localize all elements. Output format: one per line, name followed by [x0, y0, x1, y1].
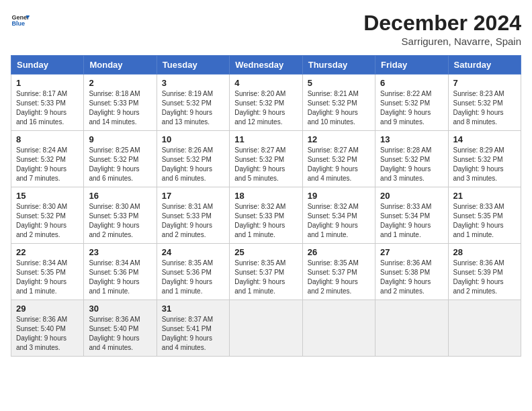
logo-icon: General Blue: [11, 11, 30, 30]
day-number: 22: [16, 247, 79, 257]
calendar-body: 1 Sunrise: 8:17 AM Sunset: 5:33 PM Dayli…: [11, 75, 521, 357]
week-row-4: 22 Sunrise: 8:34 AM Sunset: 5:35 PM Dayl…: [11, 244, 521, 300]
calendar-cell: 3 Sunrise: 8:19 AM Sunset: 5:32 PM Dayli…: [157, 75, 229, 131]
day-number: 9: [89, 134, 151, 144]
calendar-table: Sunday Monday Tuesday Wednesday Thursday…: [11, 55, 521, 357]
day-number: 14: [453, 134, 516, 144]
calendar-cell: [302, 300, 375, 357]
day-number: 7: [453, 78, 516, 88]
calendar-cell: 27 Sunrise: 8:36 AM Sunset: 5:38 PM Dayl…: [375, 244, 448, 300]
calendar-cell: 7 Sunrise: 8:23 AM Sunset: 5:32 PM Dayli…: [448, 75, 521, 131]
day-info: Sunrise: 8:21 AM Sunset: 5:32 PM Dayligh…: [308, 89, 370, 127]
day-number: 25: [234, 247, 297, 257]
day-info: Sunrise: 8:27 AM Sunset: 5:32 PM Dayligh…: [308, 146, 370, 183]
calendar-cell: 15 Sunrise: 8:30 AM Sunset: 5:32 PM Dayl…: [11, 187, 84, 244]
day-info: Sunrise: 8:23 AM Sunset: 5:32 PM Dayligh…: [453, 89, 516, 127]
calendar-cell: 26 Sunrise: 8:35 AM Sunset: 5:37 PM Dayl…: [302, 244, 375, 300]
calendar-cell: 13 Sunrise: 8:28 AM Sunset: 5:32 PM Dayl…: [375, 131, 448, 187]
week-row-5: 29 Sunrise: 8:36 AM Sunset: 5:40 PM Dayl…: [11, 300, 521, 357]
col-wednesday: Wednesday: [230, 56, 302, 75]
day-number: 10: [162, 134, 224, 144]
title-block: December 2024 Sarriguren, Navarre, Spain: [363, 11, 521, 47]
day-info: Sunrise: 8:33 AM Sunset: 5:34 PM Dayligh…: [380, 202, 443, 240]
day-number: 20: [380, 191, 443, 201]
day-number: 13: [380, 134, 443, 144]
day-number: 31: [162, 304, 224, 314]
calendar-cell: 4 Sunrise: 8:20 AM Sunset: 5:32 PM Dayli…: [230, 75, 302, 131]
calendar-cell: 10 Sunrise: 8:26 AM Sunset: 5:32 PM Dayl…: [157, 131, 229, 187]
calendar-cell: 25 Sunrise: 8:35 AM Sunset: 5:37 PM Dayl…: [230, 244, 302, 300]
day-info: Sunrise: 8:34 AM Sunset: 5:36 PM Dayligh…: [89, 259, 151, 296]
day-info: Sunrise: 8:32 AM Sunset: 5:34 PM Dayligh…: [308, 202, 370, 240]
calendar-cell: 23 Sunrise: 8:34 AM Sunset: 5:36 PM Dayl…: [84, 244, 157, 300]
day-number: 1: [16, 78, 79, 88]
day-info: Sunrise: 8:36 AM Sunset: 5:40 PM Dayligh…: [89, 315, 151, 353]
calendar-cell: 22 Sunrise: 8:34 AM Sunset: 5:35 PM Dayl…: [11, 244, 84, 300]
day-info: Sunrise: 8:26 AM Sunset: 5:32 PM Dayligh…: [162, 146, 224, 183]
col-monday: Monday: [84, 56, 157, 75]
location: Sarriguren, Navarre, Spain: [363, 36, 521, 47]
day-number: 15: [16, 191, 79, 201]
day-info: Sunrise: 8:35 AM Sunset: 5:37 PM Dayligh…: [234, 259, 297, 296]
calendar-cell: [230, 300, 302, 357]
page-header: General Blue December 2024 Sarriguren, N…: [11, 11, 521, 47]
day-number: 27: [380, 247, 443, 257]
calendar-cell: 14 Sunrise: 8:29 AM Sunset: 5:32 PM Dayl…: [448, 131, 521, 187]
calendar-cell: 1 Sunrise: 8:17 AM Sunset: 5:33 PM Dayli…: [11, 75, 84, 131]
day-info: Sunrise: 8:33 AM Sunset: 5:35 PM Dayligh…: [453, 202, 516, 240]
day-info: Sunrise: 8:28 AM Sunset: 5:32 PM Dayligh…: [380, 146, 443, 183]
calendar-cell: 30 Sunrise: 8:36 AM Sunset: 5:40 PM Dayl…: [84, 300, 157, 357]
day-number: 17: [162, 191, 224, 201]
calendar-cell: 6 Sunrise: 8:22 AM Sunset: 5:32 PM Dayli…: [375, 75, 448, 131]
col-thursday: Thursday: [302, 56, 375, 75]
logo: General Blue: [11, 11, 30, 30]
day-info: Sunrise: 8:17 AM Sunset: 5:33 PM Dayligh…: [16, 89, 79, 127]
day-number: 26: [308, 247, 370, 257]
calendar-cell: 8 Sunrise: 8:24 AM Sunset: 5:32 PM Dayli…: [11, 131, 84, 187]
calendar-cell: 24 Sunrise: 8:35 AM Sunset: 5:36 PM Dayl…: [157, 244, 229, 300]
day-number: 2: [89, 78, 151, 88]
calendar-header-row: Sunday Monday Tuesday Wednesday Thursday…: [11, 56, 521, 75]
calendar-cell: 2 Sunrise: 8:18 AM Sunset: 5:33 PM Dayli…: [84, 75, 157, 131]
day-info: Sunrise: 8:32 AM Sunset: 5:33 PM Dayligh…: [234, 202, 297, 240]
day-info: Sunrise: 8:36 AM Sunset: 5:38 PM Dayligh…: [380, 259, 443, 296]
day-number: 6: [380, 78, 443, 88]
day-info: Sunrise: 8:27 AM Sunset: 5:32 PM Dayligh…: [234, 146, 297, 183]
day-number: 28: [453, 247, 516, 257]
day-number: 3: [162, 78, 224, 88]
day-info: Sunrise: 8:30 AM Sunset: 5:32 PM Dayligh…: [16, 202, 79, 240]
week-row-2: 8 Sunrise: 8:24 AM Sunset: 5:32 PM Dayli…: [11, 131, 521, 187]
day-info: Sunrise: 8:20 AM Sunset: 5:32 PM Dayligh…: [234, 89, 297, 127]
day-number: 11: [234, 134, 297, 144]
month-year: December 2024: [363, 11, 521, 36]
day-number: 21: [453, 191, 516, 201]
day-info: Sunrise: 8:19 AM Sunset: 5:32 PM Dayligh…: [162, 89, 224, 127]
day-number: 12: [308, 134, 370, 144]
day-number: 19: [308, 191, 370, 201]
calendar-cell: 21 Sunrise: 8:33 AM Sunset: 5:35 PM Dayl…: [448, 187, 521, 244]
calendar-cell: [375, 300, 448, 357]
week-row-3: 15 Sunrise: 8:30 AM Sunset: 5:32 PM Dayl…: [11, 187, 521, 244]
day-number: 18: [234, 191, 297, 201]
day-info: Sunrise: 8:36 AM Sunset: 5:39 PM Dayligh…: [453, 259, 516, 296]
calendar-cell: 9 Sunrise: 8:25 AM Sunset: 5:32 PM Dayli…: [84, 131, 157, 187]
calendar-cell: 29 Sunrise: 8:36 AM Sunset: 5:40 PM Dayl…: [11, 300, 84, 357]
calendar-cell: 28 Sunrise: 8:36 AM Sunset: 5:39 PM Dayl…: [448, 244, 521, 300]
calendar-cell: 11 Sunrise: 8:27 AM Sunset: 5:32 PM Dayl…: [230, 131, 302, 187]
calendar-cell: 5 Sunrise: 8:21 AM Sunset: 5:32 PM Dayli…: [302, 75, 375, 131]
calendar-cell: 12 Sunrise: 8:27 AM Sunset: 5:32 PM Dayl…: [302, 131, 375, 187]
day-info: Sunrise: 8:30 AM Sunset: 5:33 PM Dayligh…: [89, 202, 151, 240]
calendar-cell: 18 Sunrise: 8:32 AM Sunset: 5:33 PM Dayl…: [230, 187, 302, 244]
calendar-cell: 19 Sunrise: 8:32 AM Sunset: 5:34 PM Dayl…: [302, 187, 375, 244]
day-info: Sunrise: 8:29 AM Sunset: 5:32 PM Dayligh…: [453, 146, 516, 183]
day-number: 29: [16, 304, 79, 314]
svg-text:Blue: Blue: [11, 20, 25, 27]
day-info: Sunrise: 8:31 AM Sunset: 5:33 PM Dayligh…: [162, 202, 224, 240]
day-number: 23: [89, 247, 151, 257]
day-info: Sunrise: 8:35 AM Sunset: 5:37 PM Dayligh…: [308, 259, 370, 296]
calendar-cell: 16 Sunrise: 8:30 AM Sunset: 5:33 PM Dayl…: [84, 187, 157, 244]
day-info: Sunrise: 8:18 AM Sunset: 5:33 PM Dayligh…: [89, 89, 151, 127]
day-number: 24: [162, 247, 224, 257]
week-row-1: 1 Sunrise: 8:17 AM Sunset: 5:33 PM Dayli…: [11, 75, 521, 131]
col-saturday: Saturday: [448, 56, 521, 75]
